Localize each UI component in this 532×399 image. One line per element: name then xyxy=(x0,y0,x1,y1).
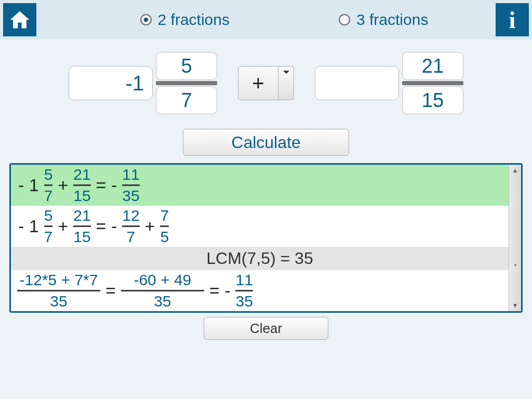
rl1-frac1: 57 xyxy=(42,167,55,204)
fraction-input-row: -1 5 7 + 21 15 xyxy=(0,52,532,114)
scroll-up-icon: ▲ xyxy=(512,167,518,174)
results-panel: - 1 57 + 2115 = - 1135 - 1 57 + 2115 = -… xyxy=(9,163,523,313)
radio-2-fractions[interactable]: 2 fractions xyxy=(140,11,230,29)
scroll-down-icon: ▼ xyxy=(512,302,518,309)
operator-select[interactable]: + xyxy=(238,66,294,100)
fraction-2-column: 21 15 xyxy=(402,52,463,114)
radio-2-label: 2 fractions xyxy=(158,11,230,29)
rl2-eq: = - xyxy=(93,216,121,236)
rl2-op: + xyxy=(55,216,71,236)
rl1-op: + xyxy=(55,175,71,195)
rl2-r1: 127 xyxy=(120,208,141,245)
rl3-result: 1135 xyxy=(233,272,255,309)
operator-button[interactable]: + xyxy=(238,66,278,100)
rl1-result: 1135 xyxy=(120,167,141,204)
radio-indicator-selected xyxy=(140,14,152,25)
fraction-bar-1 xyxy=(156,81,217,85)
rl2-r2: 75 xyxy=(158,208,171,245)
fraction-2: 21 15 xyxy=(315,52,463,114)
result-line-lcm: LCM(7,5) = 35 xyxy=(11,247,509,270)
whole-2-input[interactable] xyxy=(315,66,399,100)
rl3-eq2: = - xyxy=(206,281,234,301)
lcm-text: LCM(7,5) = 35 xyxy=(206,249,313,268)
calculate-button[interactable]: Calculate xyxy=(183,129,349,156)
rl1-lead: - 1 xyxy=(15,175,42,195)
scroll-thumb xyxy=(514,264,516,266)
fraction-1-column: 5 7 xyxy=(156,52,217,114)
denominator-1-value: 7 xyxy=(181,89,192,112)
fraction-1: -1 5 7 xyxy=(69,52,217,114)
numerator-1-value: 5 xyxy=(181,55,192,77)
radio-3-label: 3 fractions xyxy=(356,11,428,29)
result-line-step2: -12*5 + 7*735 = -60 + 4935 = - 1135 xyxy=(11,270,509,311)
clear-button[interactable]: Clear xyxy=(204,317,328,340)
rl1-frac2: 2115 xyxy=(71,167,92,204)
info-button[interactable]: i xyxy=(496,3,529,36)
denominator-2-input[interactable]: 15 xyxy=(402,86,463,114)
rl2-lead: - 1 xyxy=(15,216,42,236)
fraction-count-radio-group: 2 fractions 3 fractions xyxy=(36,11,532,29)
whole-1-input[interactable]: -1 xyxy=(69,66,153,100)
numerator-1-input[interactable]: 5 xyxy=(156,52,217,80)
result-line-step1: - 1 57 + 2115 = - 127 + 75 xyxy=(11,206,509,247)
rl2-frac2: 2115 xyxy=(71,208,92,245)
topbar: 2 fractions 3 fractions i xyxy=(0,0,532,39)
operator-dropdown[interactable] xyxy=(278,66,294,100)
results-scrollbar[interactable]: ▲ ▼ xyxy=(509,165,521,311)
rl3-frac1: -12*5 + 7*735 xyxy=(15,272,102,309)
radio-indicator xyxy=(339,14,350,25)
home-button[interactable] xyxy=(3,3,36,36)
fraction-bar-2 xyxy=(402,81,463,85)
rl1-eq: = - xyxy=(93,175,121,195)
rl3-eq1: = xyxy=(102,281,119,301)
denominator-2-value: 15 xyxy=(422,89,444,112)
home-icon xyxy=(8,8,31,31)
numerator-2-value: 21 xyxy=(422,55,444,77)
whole-1-value: -1 xyxy=(125,72,144,95)
denominator-1-input[interactable]: 7 xyxy=(156,86,217,114)
result-line-final: - 1 57 + 2115 = - 1135 xyxy=(11,165,509,206)
info-icon: i xyxy=(509,6,516,34)
rl3-frac2: -60 + 4935 xyxy=(119,272,206,309)
numerator-2-input[interactable]: 21 xyxy=(402,52,463,80)
rl2-op2: + xyxy=(142,216,158,236)
rl2-frac1: 57 xyxy=(42,208,55,245)
radio-3-fractions[interactable]: 3 fractions xyxy=(339,11,428,29)
operator-value: + xyxy=(252,72,264,95)
results-content: - 1 57 + 2115 = - 1135 - 1 57 + 2115 = -… xyxy=(11,165,509,311)
